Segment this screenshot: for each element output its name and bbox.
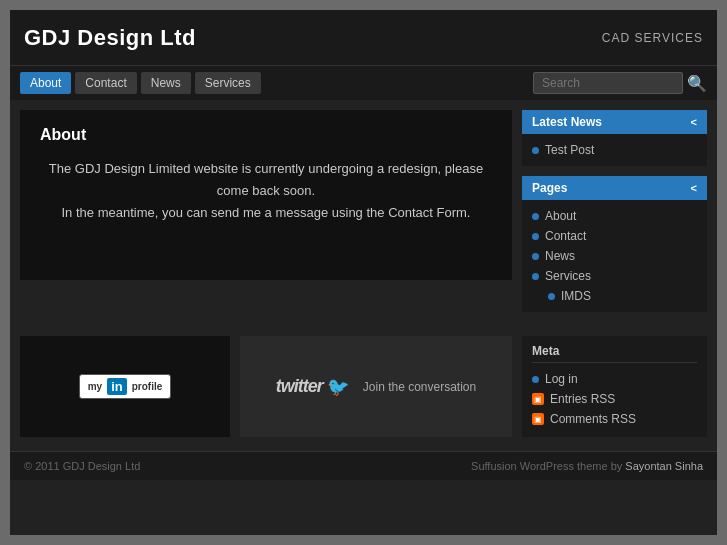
list-item[interactable]: News (532, 246, 697, 266)
rss-icon: ▣ (532, 413, 544, 425)
pages-body: About Contact News Services (522, 200, 707, 312)
pages-widget: Pages < About Contact (522, 176, 707, 312)
site-title: GDJ Design Ltd (24, 25, 196, 51)
dot-icon (532, 213, 539, 220)
twitter-join-text: Join the conversation (363, 380, 476, 394)
about-text: The GDJ Design Limited website is curren… (40, 158, 492, 224)
twitter-box[interactable]: twitter 🐦 Join the conversation (240, 336, 512, 437)
meta-comments-rss: Comments RSS (550, 412, 636, 426)
latest-news-arrow[interactable]: < (691, 116, 697, 128)
cad-services-label: CAD SERVICES (602, 31, 703, 45)
list-item[interactable]: Log in (532, 369, 697, 389)
nav-item-about[interactable]: About (20, 72, 71, 94)
list-item[interactable]: About (532, 206, 697, 226)
rss-icon: ▣ (532, 393, 544, 405)
twitter-text-icon: twitter (276, 376, 323, 397)
navigation: About Contact News Services 🔍 (10, 65, 717, 100)
footer-theme-text: Suffusion WordPress theme by (471, 460, 625, 472)
page-label: News (545, 249, 575, 263)
latest-news-title: Latest News (532, 115, 602, 129)
site-footer: © 2011 GDJ Design Ltd Suffusion WordPres… (10, 451, 717, 480)
meta-box: Meta Log in ▣ Entries RSS ▣ Comments RSS (522, 336, 707, 437)
list-item[interactable]: Test Post (532, 140, 697, 160)
nav-item-news[interactable]: News (141, 72, 191, 94)
footer-theme-author[interactable]: Sayontan Sinha (625, 460, 703, 472)
twitter-bird-icon: 🐦 (327, 376, 349, 398)
search-input[interactable] (533, 72, 683, 94)
nav-item-services[interactable]: Services (195, 72, 261, 94)
nav-items: About Contact News Services (20, 72, 261, 94)
pages-title: Pages (532, 181, 567, 195)
about-box: About The GDJ Design Limited website is … (20, 110, 512, 280)
list-item[interactable]: ▣ Comments RSS (532, 409, 697, 429)
meta-entries-rss: Entries RSS (550, 392, 615, 406)
linkedin-box: my in profile (20, 336, 230, 437)
site-header: GDJ Design Ltd CAD SERVICES (10, 10, 717, 65)
linkedin-badge[interactable]: my in profile (79, 374, 172, 399)
list-item[interactable]: Contact (532, 226, 697, 246)
about-title: About (40, 126, 492, 144)
twitter-logo: twitter 🐦 (276, 376, 349, 398)
main-content: About The GDJ Design Limited website is … (10, 100, 717, 332)
linkedin-my: my (88, 381, 102, 392)
latest-news-header: Latest News < (522, 110, 707, 134)
list-item[interactable]: ▣ Entries RSS (532, 389, 697, 409)
pages-arrow[interactable]: < (691, 182, 697, 194)
page-label: IMDS (561, 289, 591, 303)
bottom-section: my in profile twitter 🐦 Join the convers… (10, 332, 717, 447)
footer-copyright: © 2011 GDJ Design Ltd (24, 460, 140, 472)
list-item[interactable]: IMDS (532, 286, 697, 306)
list-item[interactable]: Services (532, 266, 697, 286)
dot-icon (532, 253, 539, 260)
footer-theme: Suffusion WordPress theme by Sayontan Si… (471, 460, 703, 472)
linkedin-profile: profile (132, 381, 163, 392)
pages-header: Pages < (522, 176, 707, 200)
nav-item-contact[interactable]: Contact (75, 72, 136, 94)
search-area: 🔍 (533, 72, 707, 94)
linkedin-in: in (107, 378, 127, 395)
page-label: Services (545, 269, 591, 283)
dot-icon (532, 147, 539, 154)
meta-title: Meta (532, 344, 697, 363)
page-label: Contact (545, 229, 586, 243)
meta-login: Log in (545, 372, 578, 386)
search-icon[interactable]: 🔍 (687, 74, 707, 93)
dot-icon (532, 376, 539, 383)
content-area: About The GDJ Design Limited website is … (20, 110, 512, 322)
latest-news-body: Test Post (522, 134, 707, 166)
page-label: About (545, 209, 576, 223)
sidebar: Latest News < Test Post Pages < (522, 110, 707, 322)
dot-icon (548, 293, 555, 300)
latest-news-widget: Latest News < Test Post (522, 110, 707, 166)
dot-icon (532, 233, 539, 240)
dot-icon (532, 273, 539, 280)
latest-news-item-label: Test Post (545, 143, 594, 157)
